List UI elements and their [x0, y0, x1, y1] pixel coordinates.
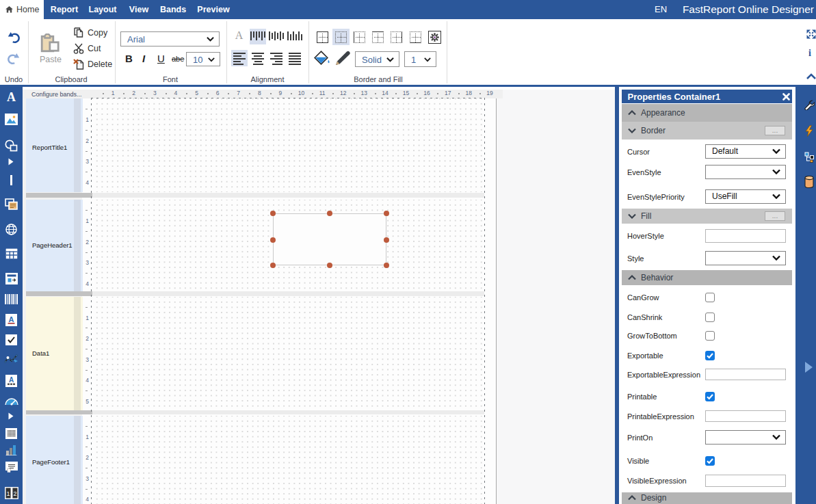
svg-text:1: 1 — [6, 490, 10, 497]
svg-text:2: 2 — [13, 490, 16, 497]
svg-text:A: A — [9, 315, 14, 323]
svg-text:A: A — [9, 376, 14, 384]
